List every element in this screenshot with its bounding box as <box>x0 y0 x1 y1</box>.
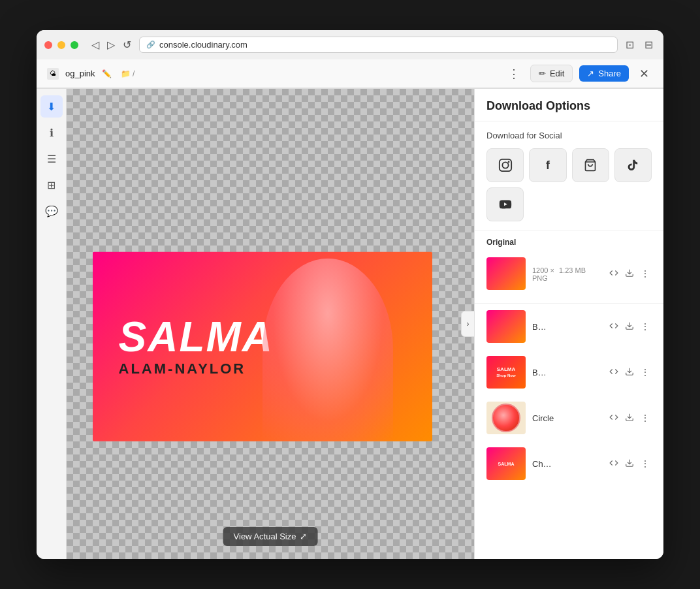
circle-info: Circle <box>532 413 601 423</box>
circle-download-button[interactable] <box>623 411 636 426</box>
share-button[interactable]: ↗ Share <box>579 65 629 82</box>
sidebar-icon-info[interactable]: ℹ <box>40 121 63 144</box>
extensions-button[interactable]: ⊡ <box>623 37 637 52</box>
browser-close-btn[interactable] <box>44 41 52 49</box>
browser-topbar: ◁ ▷ ↺ 🔗 console.cloudinary.com ⊡ ⊟ <box>37 30 663 59</box>
collapse-panel-button[interactable]: › <box>461 311 474 337</box>
tiktok-download-button[interactable] <box>614 148 652 182</box>
bottom-more-button[interactable]: ⋮ <box>639 456 652 471</box>
app-main: ⬇ ℹ ☰ ⊞ 💬 SALMA ALAM-NAYLOR View Actual … <box>37 89 663 559</box>
image-text-overlay: SALMA ALAM-NAYLOR <box>119 316 274 377</box>
sidebar-icon-comment[interactable]: 💬 <box>40 200 63 222</box>
b1-download-button[interactable] <box>623 319 636 334</box>
b2-download-button[interactable] <box>623 365 636 380</box>
bottom-download-actions: ⋮ <box>607 456 652 471</box>
b1-more-button[interactable]: ⋮ <box>639 319 652 334</box>
b1-download-actions: ⋮ <box>607 319 652 334</box>
original-download-item: 1200 × 1.23 MB PNG ⋮ <box>486 251 652 296</box>
edit-button[interactable]: ✏ Edit <box>530 65 573 82</box>
b1-code-button[interactable] <box>607 319 620 334</box>
sidebar-icon-grid[interactable]: ⊞ <box>40 174 63 196</box>
browser-actions: ⊡ ⊟ <box>623 37 656 52</box>
nav-buttons: ◁ ▷ ↺ <box>89 37 134 52</box>
svg-point-2 <box>507 161 509 163</box>
salma-title-text: SALMA <box>119 316 274 358</box>
panel-header: Download Options <box>475 89 663 121</box>
forward-button[interactable]: ▷ <box>104 37 118 52</box>
b2-code-button[interactable] <box>607 365 620 380</box>
sidebar-left: ⬇ ℹ ☰ ⊞ 💬 <box>37 89 67 559</box>
app-tabbar: 🌤 og_pink ✏️ 📁 / ⋮ ✏ Edit ↗ Share ✕ <box>37 59 663 88</box>
more-options-button[interactable]: ⋮ <box>504 65 524 82</box>
original-dimensions: 1200 × <box>532 266 556 274</box>
bottom-download-button[interactable] <box>623 456 636 471</box>
bottom-label: Ch… <box>532 459 601 469</box>
original-info: 1200 × 1.23 MB PNG <box>532 265 601 282</box>
browser-minimize-btn[interactable] <box>57 41 65 49</box>
original-size: 1.23 MB <box>559 266 586 274</box>
edit-pencil-icon[interactable]: ✏️ <box>102 69 112 78</box>
b2-info: B… <box>532 368 601 377</box>
browser-maximize-btn[interactable] <box>71 41 78 49</box>
social-buttons-grid: f <box>486 148 652 182</box>
circle-download-actions: ⋮ <box>607 411 652 426</box>
browser-chrome: ◁ ▷ ↺ 🔗 console.cloudinary.com ⊡ ⊟ 🌤 og_… <box>37 30 663 89</box>
b2-section: SALMAShop Now B… ⋮ <box>475 349 663 395</box>
salma-subtitle-text: ALAM-NAYLOR <box>119 360 274 377</box>
sidebar-icon-list[interactable]: ☰ <box>40 148 63 170</box>
b2-download-actions: ⋮ <box>607 365 652 380</box>
facebook-download-button[interactable]: f <box>529 148 566 182</box>
canvas-area: SALMA ALAM-NAYLOR View Actual Size ⤢ › <box>67 89 474 559</box>
bottom-section: SALMA Ch… ⋮ <box>475 441 663 486</box>
original-thumbnail <box>486 257 526 290</box>
back-button[interactable]: ◁ <box>89 37 102 52</box>
circle-more-button[interactable]: ⋮ <box>639 411 652 425</box>
original-section: Original 1200 × 1.23 MB PNG <box>475 231 663 304</box>
person-image <box>262 259 393 441</box>
b2-download-item: SALMAShop Now B… ⋮ <box>486 349 652 395</box>
b2-more-button[interactable]: ⋮ <box>639 365 652 379</box>
canvas-image: SALMA ALAM-NAYLOR <box>93 252 432 441</box>
original-download-actions: ⋮ <box>607 266 652 281</box>
shopify-download-button[interactable] <box>572 148 609 182</box>
bottom-info: Ch… <box>532 459 601 469</box>
sidebar-button[interactable]: ⊟ <box>642 37 656 52</box>
refresh-button[interactable]: ↺ <box>120 37 134 52</box>
social-download-section: Download for Social f <box>475 121 663 231</box>
b2-label: B… <box>532 368 601 377</box>
bottom-download-item: SALMA Ch… ⋮ <box>486 441 652 486</box>
b1-thumbnail <box>486 310 526 343</box>
address-bar[interactable]: 🔗 console.cloudinary.com <box>139 37 618 53</box>
circle-code-button[interactable] <box>607 411 620 426</box>
favicon-icon: 🌤 <box>50 70 56 77</box>
b1-label: B… <box>532 322 601 332</box>
share-icon: ↗ <box>587 69 594 78</box>
b1-section: B… ⋮ <box>475 304 663 349</box>
instagram-download-button[interactable] <box>486 148 524 182</box>
edit-icon: ✏ <box>539 69 546 78</box>
code-icon-button[interactable] <box>607 266 620 281</box>
browser-window: ◁ ▷ ↺ 🔗 console.cloudinary.com ⊡ ⊟ 🌤 og_… <box>37 30 663 559</box>
url-text: console.cloudinary.com <box>159 40 247 50</box>
youtube-download-button[interactable] <box>486 187 524 221</box>
tab-title: og_pink <box>65 69 95 78</box>
original-format: PNG <box>532 274 548 282</box>
original-meta: 1200 × 1.23 MB PNG <box>532 266 601 282</box>
sidebar-icon-download[interactable]: ⬇ <box>40 95 63 118</box>
download-icon-button[interactable] <box>623 266 636 281</box>
lock-icon: 🔗 <box>146 40 155 49</box>
person-silhouette <box>262 259 393 441</box>
close-button[interactable]: ✕ <box>635 65 653 82</box>
svg-point-1 <box>502 162 508 168</box>
more-options-icon-button[interactable]: ⋮ <box>639 266 652 281</box>
folder-icon: 📁 <box>121 69 131 78</box>
bottom-code-button[interactable] <box>607 456 620 471</box>
breadcrumb: 📁 / <box>118 69 135 78</box>
favicon: 🌤 <box>47 68 59 80</box>
expand-icon: ⤢ <box>300 532 307 541</box>
svg-rect-0 <box>499 159 511 171</box>
circle-download-item: Circle ⋮ <box>486 395 652 441</box>
social-buttons-row2 <box>486 187 652 221</box>
view-actual-size-button[interactable]: View Actual Size ⤢ <box>223 527 318 546</box>
b2-thumbnail: SALMAShop Now <box>486 356 526 389</box>
